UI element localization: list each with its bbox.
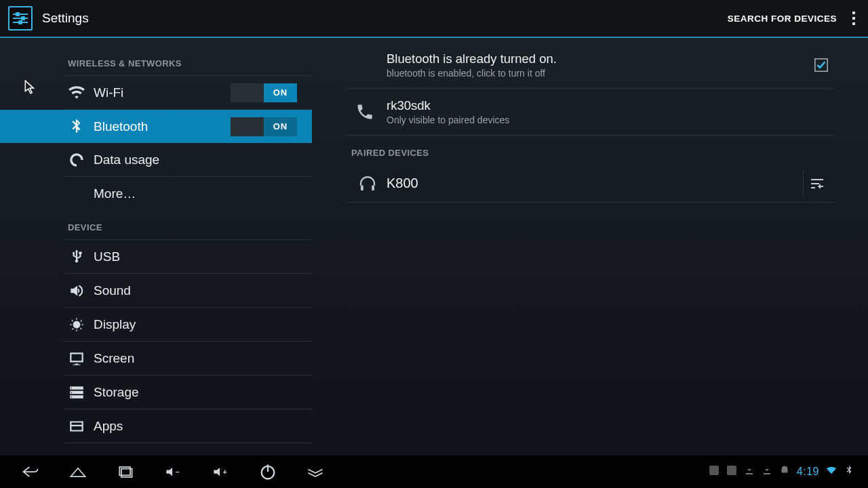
recent-apps-button[interactable]	[102, 455, 149, 488]
download-icon	[744, 465, 755, 479]
wifi-toggle[interactable]: ON	[231, 83, 297, 102]
sidebar-item-label: Display	[94, 317, 136, 332]
app-title: Settings	[42, 11, 89, 26]
sidebar-item-bluetooth[interactable]: Bluetooth ON	[0, 110, 312, 143]
volume-up-button[interactable]: +	[197, 455, 244, 488]
svg-rect-7	[709, 466, 719, 475]
data-usage-icon	[68, 151, 85, 169]
notification-icon	[709, 465, 719, 479]
device-name-row[interactable]: rk30sdk Only visible to paired devices	[346, 89, 834, 136]
wifi-status-icon	[826, 465, 837, 479]
paired-device-name: K800	[387, 176, 418, 191]
action-bar: Settings SEARCH FOR DEVICES	[0, 0, 868, 38]
svg-rect-8	[727, 466, 736, 475]
sidebar-item-label: Apps	[94, 419, 123, 434]
headphones-icon	[353, 174, 382, 194]
notification-icon	[726, 465, 737, 479]
section-device: DEVICE	[0, 210, 312, 239]
sidebar-item-label: Sound	[94, 283, 131, 298]
sidebar-item-more[interactable]: More…	[0, 177, 312, 210]
sidebar-item-label: Wi-Fi	[94, 85, 123, 100]
status-tray[interactable]: 4:19	[709, 465, 861, 479]
section-personal: PERSONAL	[0, 443, 312, 455]
sidebar-item-sound[interactable]: Sound	[0, 274, 312, 307]
android-icon	[779, 465, 790, 479]
bluetooth-enabled-checkbox[interactable]	[814, 58, 829, 73]
bluetooth-status-sub: bluetooth is enabled, click to turn it o…	[387, 68, 557, 79]
usb-icon	[68, 248, 85, 266]
sound-icon	[68, 282, 85, 300]
sidebar-item-apps[interactable]: Apps	[0, 409, 312, 443]
status-clock: 4:19	[797, 466, 819, 478]
apps-icon	[68, 418, 85, 435]
paired-device-settings-button[interactable]	[803, 170, 830, 197]
settings-list: WIRELESS & NETWORKS Wi-Fi ON Bluetooth O…	[0, 38, 312, 455]
sidebar-item-label: Data usage	[94, 152, 159, 167]
bluetooth-status-icon	[844, 465, 854, 479]
screen-icon	[68, 350, 85, 367]
bluetooth-status-row[interactable]: Bluetooth is already turned on. bluetoot…	[346, 38, 834, 89]
device-name: rk30sdk	[387, 98, 509, 113]
sidebar-item-label: USB	[94, 249, 120, 264]
sidebar-item-label: Storage	[94, 385, 139, 400]
power-button[interactable]	[244, 455, 292, 488]
bluetooth-toggle[interactable]: ON	[231, 117, 297, 136]
back-button[interactable]	[7, 455, 54, 488]
sidebar-item-label: Bluetooth	[94, 119, 148, 134]
bluetooth-detail-panel: Bluetooth is already turned on. bluetoot…	[312, 38, 868, 455]
system-nav-bar: − + 4:19	[0, 455, 868, 488]
bluetooth-status-title: Bluetooth is already turned on.	[387, 52, 557, 66]
sidebar-item-screen[interactable]: Screen	[0, 342, 312, 375]
sidebar-item-data-usage[interactable]: Data usage	[0, 143, 312, 176]
svg-text:−: −	[176, 468, 180, 476]
sidebar-item-storage[interactable]: Storage	[0, 375, 312, 409]
hide-bar-button[interactable]	[292, 455, 339, 488]
phone-icon	[350, 102, 380, 121]
home-button[interactable]	[54, 455, 102, 488]
display-icon	[68, 316, 85, 333]
settings-app-icon	[8, 6, 33, 30]
volume-down-button[interactable]: −	[149, 455, 197, 488]
storage-icon	[68, 384, 85, 401]
svg-text:+: +	[223, 468, 227, 476]
section-wireless: WIRELESS & NETWORKS	[0, 38, 312, 75]
wifi-icon	[68, 84, 85, 102]
sidebar-item-label: Screen	[94, 351, 134, 366]
sidebar-item-wifi[interactable]: Wi-Fi ON	[0, 76, 312, 109]
paired-device-row[interactable]: K800	[346, 165, 834, 203]
sidebar-item-display[interactable]: Display	[0, 308, 312, 341]
bluetooth-icon	[68, 118, 85, 136]
overflow-menu-button[interactable]	[849, 12, 868, 25]
sidebar-item-label: More…	[94, 186, 136, 201]
search-devices-action[interactable]: SEARCH FOR DEVICES	[715, 14, 849, 24]
device-visibility: Only visible to paired devices	[387, 115, 509, 125]
paired-devices-header: PAIRED DEVICES	[346, 136, 834, 165]
sidebar-item-usb[interactable]: USB	[0, 240, 312, 273]
download-icon	[762, 465, 772, 479]
